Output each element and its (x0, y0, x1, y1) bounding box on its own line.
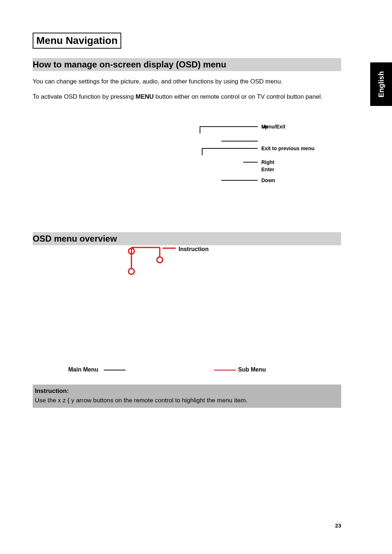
svg-point-5 (157, 257, 163, 263)
instruction-callout-icon (127, 244, 185, 276)
instruction-box-text: Use the x z { y arrow buttons on the rem… (35, 397, 339, 404)
section-heading-osd-overview: OSD menu overview (33, 232, 341, 245)
diagram-line (202, 148, 258, 149)
diagram-line (202, 148, 203, 155)
language-tab: English (370, 62, 392, 106)
diagram-line (221, 180, 258, 181)
svg-point-2 (128, 268, 134, 274)
label-up: Up (261, 123, 268, 130)
osd-overview-section: OSD menu overview Instruction Main Menu … (33, 232, 341, 245)
para2-post: button either on remote control or on TV… (154, 93, 323, 100)
page-number: 23 (335, 522, 341, 529)
diagram-line (200, 126, 200, 134)
page-title: Menu Navigation (33, 33, 121, 49)
instruction-box: Instruction: Use the x z { y arrow butto… (33, 385, 341, 408)
sub-menu-line (214, 370, 236, 370)
paragraph-2: To activate OSD function by pressing MEN… (33, 92, 341, 102)
diagram-line (243, 162, 258, 163)
label-enter: Enter (261, 166, 274, 173)
language-label: English (377, 71, 385, 97)
diagram-line (221, 141, 258, 141)
instruction-box-heading: Instruction: (35, 387, 339, 395)
label-down: Down (261, 177, 275, 184)
section-heading-osd-manage: How to manage on-screen display (OSD) me… (33, 58, 341, 71)
page-content: Menu Navigation How to manage on-screen … (33, 33, 341, 101)
main-menu-label: Main Menu (68, 366, 98, 373)
para2-bold: MENU (135, 93, 154, 100)
label-right: Right (261, 159, 274, 165)
label-exit-previous: Exit to previous menu (261, 145, 312, 152)
sub-menu-label: Sub Menu (238, 366, 266, 373)
para2-pre: To activate OSD function by pressing (33, 93, 135, 100)
paragraph-1: You can change settings for the picture,… (33, 77, 341, 86)
diagram-line (200, 126, 258, 127)
main-menu-line (104, 370, 126, 370)
